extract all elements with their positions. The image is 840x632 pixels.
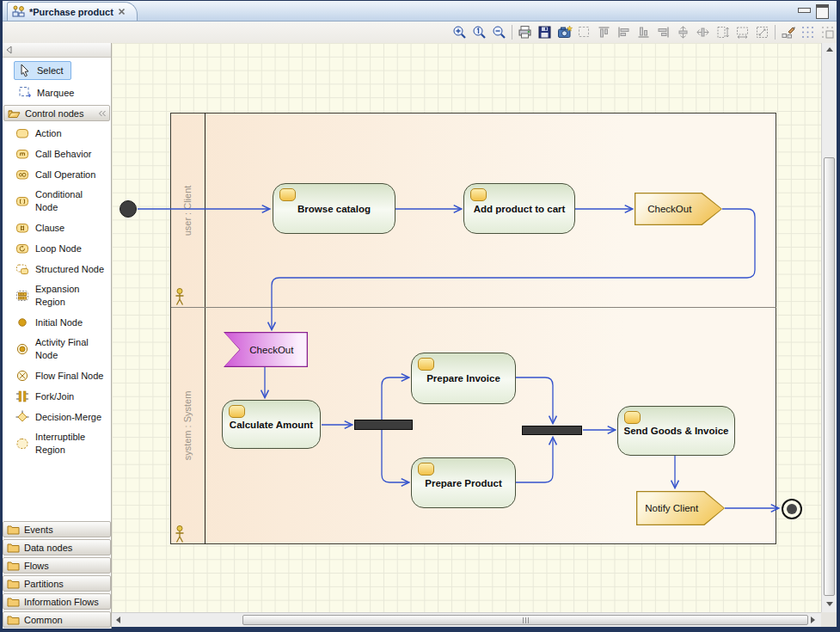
palette-item-label: Call Operation [35,169,107,181]
action-send-goods-invoice[interactable]: Send Goods & Invoice [617,406,735,456]
align-left-button[interactable] [614,22,634,41]
fork-bar[interactable] [354,420,413,430]
apply-appearance-button[interactable] [778,22,798,41]
palette-item-flow-final-node[interactable]: Flow Final Node [3,365,111,386]
palette-item-action[interactable]: Action [3,123,111,144]
palette-item-decision-merge[interactable]: Decision-Merge [3,407,111,427]
scroll-down-icon[interactable] [826,602,833,606]
palette-item-call-operation[interactable]: Call Operation [3,164,111,185]
palette-item-expansion-region[interactable]: Expansion Region [3,279,111,312]
cursor-icon [18,64,32,77]
marquee-zoom-button[interactable] [574,22,594,41]
send-signal-notify-client[interactable]: Notify Client [636,491,725,525]
action-browse-catalog[interactable]: Browse catalog [273,183,395,234]
action-prepare-product[interactable]: Prepare Product [411,457,516,508]
drawer-label: Control nodes [25,108,94,119]
marquee-icon [18,86,32,99]
scroll-left-icon[interactable] [116,617,120,623]
vertical-scrollbar[interactable] [821,43,837,612]
initial-node-icon [15,316,29,329]
maximize-button[interactable] [816,4,829,19]
tab-title: *Purchase product [29,7,113,17]
match-size-icon [755,25,769,40]
apply-appearance-icon [781,25,796,40]
match-width-button[interactable] [733,22,752,41]
vertical-scrollbar-thumb[interactable] [824,157,835,596]
drawer-label: Partitions [24,579,64,589]
palette-item-label: Structured Node [35,263,107,276]
horizontal-scrollbar[interactable] [112,612,821,627]
match-size-button[interactable] [752,22,772,41]
drawer-partitions[interactable]: Partitions [3,575,111,592]
save-icon [537,25,552,40]
align-top-button[interactable] [594,22,614,41]
drawer-information-flows[interactable]: Information Flows [3,593,111,610]
zoom-original-icon [472,25,487,40]
zoom-in-icon [452,25,467,40]
scroll-up-icon[interactable] [826,47,833,52]
accept-event-checkout[interactable]: CheckOut [224,332,308,367]
lane-label-system-system: system : System [178,310,197,542]
action-add-product-to-cart[interactable]: Add product to cart [463,183,575,234]
activity-final-node[interactable] [782,499,802,519]
palette-panel: Select Marquee Control nodes Action [3,43,112,629]
send-signal-checkout[interactable]: CheckOut [635,193,722,225]
snapshot-button[interactable] [555,22,574,41]
palette-item-initial-node[interactable]: Initial Node [3,312,111,333]
conditional-node-icon [15,194,29,208]
save-button[interactable] [535,22,555,41]
call-operation-icon [15,168,29,181]
zoom-original-button[interactable] [469,22,489,41]
activity-diagram-icon [12,5,25,18]
align-bottom-button[interactable] [634,22,653,41]
palette-item-fork-join[interactable]: Fork/Join [3,386,111,407]
palette-item-interruptible-region[interactable]: Interruptible Region [3,427,111,460]
palette-tool-marquee[interactable]: Marquee [14,83,82,101]
action-calculate-amount[interactable]: Calculate Amount [222,400,321,449]
palette-item-label: Conditional Node [35,188,107,214]
initial-node[interactable] [120,200,137,218]
drawer-common[interactable]: Common [3,611,111,628]
palette-item-label: Action [35,127,107,140]
print-icon [518,25,532,40]
join-bar[interactable] [522,426,582,435]
folder-icon [7,597,20,607]
align-top-icon [597,25,611,40]
distribute-horizontally-button[interactable] [693,22,713,41]
palette-item-structured-node[interactable]: Structured Node [3,259,111,279]
print-button[interactable] [515,22,535,41]
palette-item-label: Initial Node [35,316,107,329]
palette-item-clause[interactable]: Clause [3,218,111,238]
palette-item-conditional-node[interactable]: Conditional Node [3,185,111,218]
grid-button[interactable] [798,22,818,41]
align-right-button[interactable] [653,22,673,41]
palette-item-activity-final-node[interactable]: Activity Final Node [3,333,111,365]
pin-drawer-icon[interactable] [98,110,107,117]
scroll-right-icon[interactable] [811,617,815,623]
snap-to-grid-button[interactable] [818,22,837,41]
drawer-data-nodes[interactable]: Data nodes [3,539,111,555]
partition-header-divider [205,113,205,544]
palette-tool-select[interactable]: Select [14,61,71,80]
collapse-palette-icon[interactable] [5,46,13,54]
distribute-vertically-button[interactable] [673,22,693,41]
minimize-button[interactable] [798,8,811,13]
palette-item-loop-node[interactable]: Loop Node [3,238,111,259]
zoom-out-button[interactable] [489,22,509,41]
tab-purchase-product[interactable]: *Purchase product [7,2,138,21]
action-prepare-invoice[interactable]: Prepare Invoice [411,353,516,404]
drawer-label: Information Flows [24,597,99,607]
zoom-in-button[interactable] [450,22,469,41]
diagram-editor-window: *Purchase product [0,0,840,632]
palette-item-call-behavior[interactable]: Call Behavior [3,144,111,164]
palette-header [3,43,111,58]
activity-final-node-icon [15,342,29,356]
drawer-control-nodes[interactable]: Control nodes [3,105,110,121]
folder-icon [7,543,20,553]
close-icon[interactable] [118,8,126,15]
drawer-flows[interactable]: Flows [3,557,111,574]
match-height-button[interactable] [713,22,733,41]
horizontal-scrollbar-thumb[interactable] [242,615,808,625]
snap-to-grid-icon [820,25,835,40]
drawer-events[interactable]: Events [3,521,111,537]
